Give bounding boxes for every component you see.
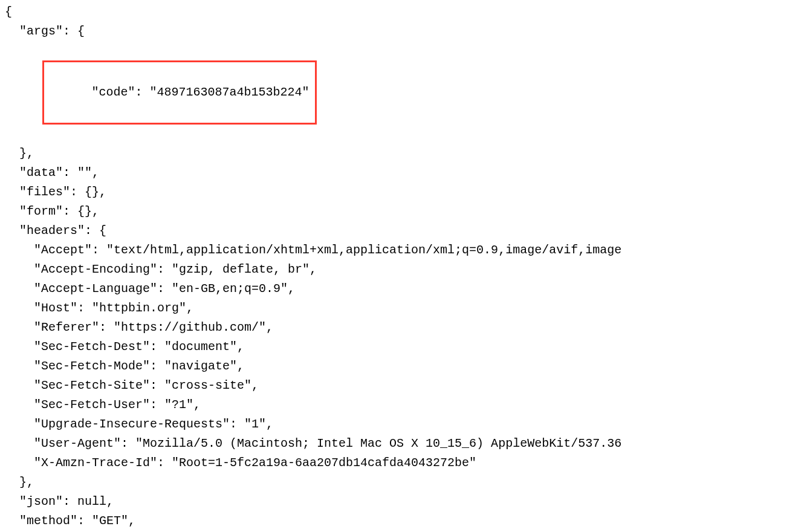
header-accept-encoding: "Accept-Encoding": "gzip, deflate, br",: [34, 260, 799, 279]
header-x-amzn-trace-id: "X-Amzn-Trace-Id": "Root=1-5fc2a19a-6aa2…: [34, 453, 799, 473]
args-close: },: [19, 144, 799, 163]
header-sec-fetch-user: "Sec-Fetch-User": "?1",: [34, 395, 799, 415]
header-sec-fetch-dest: "Sec-Fetch-Dest": "document",: [34, 337, 799, 357]
header-sec-fetch-site: "Sec-Fetch-Site": "cross-site",: [34, 376, 799, 395]
header-sec-fetch-mode: "Sec-Fetch-Mode": "navigate",: [34, 357, 799, 376]
json-field: "json": null,: [19, 492, 799, 511]
headers-open: "headers": {: [19, 221, 799, 241]
headers-close: },: [19, 473, 799, 492]
code-highlight-box: "code": "4897163087a4b153b224": [42, 60, 317, 125]
data-field: "data": "",: [19, 163, 799, 183]
header-upgrade-insecure-requests: "Upgrade-Insecure-Requests": "1",: [34, 415, 799, 434]
header-accept-language: "Accept-Language": "en-GB,en;q=0.9",: [34, 279, 799, 299]
header-user-agent: "User-Agent": "Mozilla/5.0 (Macintosh; I…: [34, 434, 799, 453]
args-code-value: "code": "4897163087a4b153b224": [91, 85, 309, 99]
method-field: "method": "GET",: [19, 511, 799, 531]
json-response-block: { "args": { "code": "4897163087a4b153b22…: [0, 0, 804, 532]
files-field: "files": {},: [19, 183, 799, 202]
header-host: "Host": "httpbin.org",: [34, 299, 799, 318]
args-open: "args": {: [19, 22, 799, 41]
form-field: "form": {},: [19, 202, 799, 221]
header-referer: "Referer": "https://github.com/",: [34, 318, 799, 337]
json-open-brace: {: [5, 2, 799, 22]
header-accept: "Accept": "text/html,application/xhtml+x…: [34, 241, 799, 260]
args-code-row: "code": "4897163087a4b153b224": [5, 41, 799, 144]
